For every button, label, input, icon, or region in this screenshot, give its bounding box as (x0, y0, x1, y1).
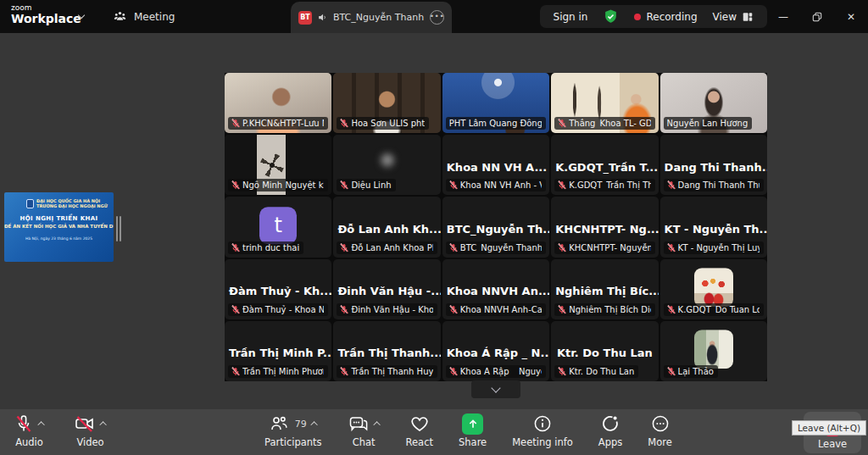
muted-mic-icon (340, 243, 348, 252)
more-button[interactable]: More (648, 412, 672, 448)
muted-mic-icon (340, 180, 348, 190)
audio-options-chevron-icon[interactable] (37, 421, 44, 428)
restore-button[interactable] (800, 0, 834, 33)
participant-display-name: Khoa NNVH An... (442, 285, 549, 297)
participant-tile[interactable]: Khoa NNVH An...Khoa NNVH Anh-Cao ... (442, 259, 549, 319)
slide-date-line: Hà Nội, ngày 23 tháng 6 năm 2025 (4, 236, 114, 241)
apps-button[interactable]: Apps (598, 412, 622, 448)
meeting-people-icon (113, 9, 127, 24)
tab-meeting[interactable]: Meeting (113, 0, 175, 33)
minimize-button[interactable]: — (766, 0, 800, 33)
participant-name-label: trinh duc thai (228, 241, 303, 254)
muted-mic-icon (449, 367, 458, 376)
participant-tile[interactable]: KT - Nguyễn Th...KT - Nguyễn Thị Luyện (660, 197, 767, 257)
participant-name-label: K.GDQT_Do Tuan Long (664, 303, 764, 316)
participant-name-label: KT - Nguyễn Thị Luyện (664, 241, 764, 254)
audio-button[interactable]: Audio (14, 412, 45, 448)
avatar: t (259, 207, 297, 244)
muted-mic-icon (449, 180, 458, 190)
participant-tile[interactable]: Đàm Thuỷ - Kh...Đàm Thuỷ - Khoa NN... (225, 259, 331, 319)
participant-name-label: Đinh Văn Hậu - Khoa ... (337, 303, 437, 316)
muted-mic-icon (14, 413, 34, 434)
participant-tile[interactable]: K.GDQT_Do Tuan Long (660, 259, 767, 319)
participant-name-label: Lại Thảo (664, 365, 718, 378)
participant-name-label: K.GDQT_Trần Thị Thu ... (554, 179, 654, 191)
heart-icon (409, 413, 430, 434)
panel-resize-handle[interactable] (116, 216, 121, 241)
participant-name-label: Trần Thị Thanh Huyền... (337, 365, 437, 378)
muted-mic-icon (558, 305, 566, 314)
participant-tile[interactable]: Đỗ Lan Anh Kh...Đỗ Lan Anh Khoa Pháp (333, 197, 440, 257)
participant-tile[interactable]: Ktr. Do Thu LanKtr. Do Thu Lan (551, 321, 658, 381)
chat-icon (348, 413, 370, 434)
tab-shared-screen[interactable]: BT BTC_Nguyễn Thanh Trà's scre ••• (291, 2, 452, 33)
restore-icon (812, 12, 822, 22)
participant-display-name: BTC_Nguyễn Th... (442, 223, 549, 236)
meeting-info-button[interactable]: Meeting info (512, 412, 573, 448)
more-label: More (648, 436, 672, 448)
participant-tile[interactable]: Trần Thị Thanh...Trần Thị Thanh Huyền... (333, 321, 440, 381)
leave-label: Leave (804, 438, 861, 450)
participant-tile[interactable]: Diệu Linh (333, 135, 440, 195)
meeting-info-label: Meeting info (512, 436, 573, 448)
participant-name-label: Dang Thi Thanh Thuy (664, 179, 764, 191)
avatar (694, 330, 733, 369)
participant-display-name: K.GDQT_Trần T... (551, 161, 658, 174)
participant-tile[interactable]: Khoa Ả Rập _ N...Khoa Ả Rập _ Nguyễn ... (442, 321, 549, 381)
participant-display-name: Đỗ Lan Anh Kh... (333, 223, 440, 236)
react-button[interactable]: React (406, 412, 433, 448)
security-shield-icon[interactable] (603, 8, 619, 25)
participant-tile[interactable]: Hoa Sơn ULIS pht (333, 73, 440, 133)
participant-tile[interactable]: Ngô Minh Nguyệt kho... (225, 135, 331, 195)
video-options-chevron-icon[interactable] (99, 421, 106, 428)
sign-in-button[interactable]: Sign in (554, 11, 588, 23)
slide-title-line1: HỘI NGHỊ TRIỂN KHAI (4, 215, 114, 222)
share-button[interactable]: Share (459, 412, 487, 448)
participant-tile[interactable]: Thắng_Khoa TL- GD k... (551, 73, 658, 133)
participant-tile[interactable]: KHCNHTPT- Ng...KHCNHTPT- Nguyễn T... (551, 197, 658, 257)
muted-mic-icon (558, 243, 566, 252)
muted-mic-icon (231, 119, 240, 128)
video-button[interactable]: Video (74, 412, 107, 448)
chat-button[interactable]: Chat (348, 412, 381, 448)
tab-options-ellipsis-icon[interactable]: ••• (430, 10, 444, 25)
participant-display-name: Đàm Thuỷ - Kh... (225, 285, 331, 297)
participant-tile[interactable]: Nguyễn Lan Hương (660, 73, 767, 133)
participant-tile[interactable]: Dang Thi Thanh...Dang Thi Thanh Thuy (660, 135, 767, 195)
muted-mic-icon (667, 180, 676, 190)
title-bar: zoom Workplace Meeting BT BTC_Nguyễn Tha… (0, 0, 868, 33)
apps-label: Apps (598, 436, 622, 448)
participant-tile[interactable]: Khoa NN VH A...Khoa NN VH Anh - Vu ... (442, 135, 549, 195)
shared-screen-thumbnail[interactable]: ĐẠI HỌC QUỐC GIA HÀ NỘI TRƯỜNG ĐẠI HỌC N… (4, 192, 114, 262)
participants-button[interactable]: 79 Participants (264, 412, 322, 448)
participant-name-label: Đỗ Lan Anh Khoa Pháp (337, 241, 437, 254)
slide-org-line2: TRƯỜNG ĐẠI HỌC NGOẠI NGỮ (36, 203, 108, 208)
participant-name-label: PHT Lâm Quang Đông (446, 117, 546, 130)
participants-icon (269, 413, 289, 434)
participant-tile[interactable]: ttrinh duc thai (225, 197, 331, 257)
participant-tile[interactable]: P.KHCN&HTPT-Lưu M... (225, 73, 331, 133)
muted-mic-icon (231, 367, 240, 376)
more-ellipsis-icon (650, 413, 670, 434)
participants-chevron-icon[interactable] (310, 421, 317, 428)
chat-chevron-icon[interactable] (373, 421, 380, 428)
react-label: React (406, 436, 433, 448)
participant-tile[interactable]: Đinh Văn Hậu -...Đinh Văn Hậu - Khoa ... (333, 259, 440, 319)
participant-tile[interactable]: Nghiêm Thị Bíc...Nghiêm Thị Bích Diệp ..… (551, 259, 658, 319)
apps-icon (600, 413, 620, 434)
muted-mic-icon (231, 180, 240, 190)
participant-tile[interactable]: K.GDQT_Trần T...K.GDQT_Trần Thị Thu ... (551, 135, 658, 195)
gallery-next-page-button[interactable] (471, 380, 520, 398)
muted-mic-icon (340, 305, 348, 314)
participant-tile[interactable]: Trần Thị Minh P...Trần Thị Minh Phương..… (225, 321, 331, 381)
zoom-workplace-logo[interactable]: zoom Workplace (11, 4, 81, 25)
participant-tile[interactable]: PHT Lâm Quang Đông (442, 73, 549, 133)
participant-name-label: Đàm Thuỷ - Khoa NN... (228, 303, 328, 316)
participant-tile[interactable]: BTC_Nguyễn Th...BTC_Nguyễn Thanh Trà (442, 197, 549, 257)
view-button[interactable]: View (713, 11, 754, 23)
muted-mic-icon (558, 180, 566, 190)
participant-tile[interactable]: Lại Thảo (660, 321, 767, 381)
close-button[interactable]: ✕ (834, 0, 868, 33)
recording-indicator[interactable]: Recording (634, 11, 697, 23)
avatar (694, 268, 733, 307)
